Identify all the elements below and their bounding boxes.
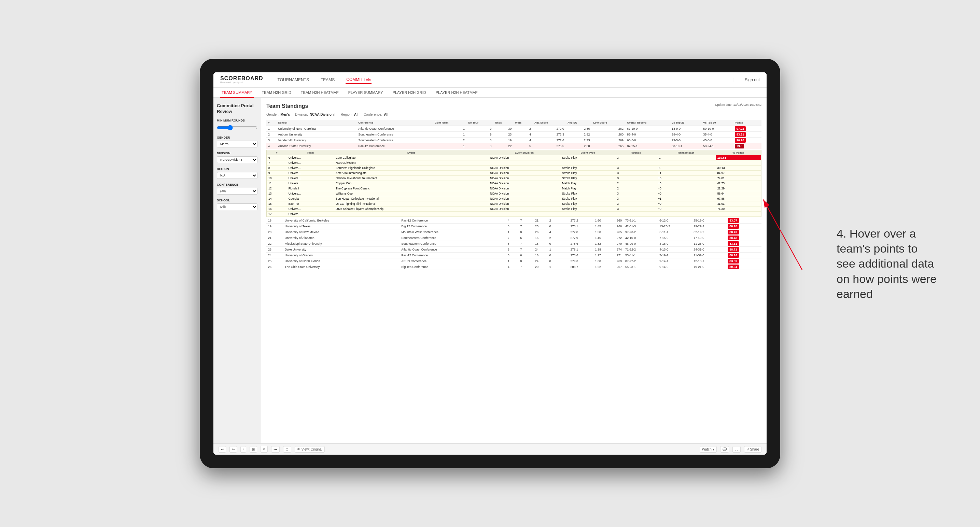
table-row[interactable]: 22 Mississippi State University Southeas… [266, 241, 762, 247]
points-cell[interactable]: 79.5 [733, 143, 762, 149]
region-select[interactable]: N/A [217, 172, 258, 179]
table-row[interactable]: 19 University of Texas Big 12 Conference… [266, 224, 762, 229]
rank-cell: 2 [266, 132, 276, 138]
copy-button[interactable]: ⧉ [261, 446, 268, 452]
points-cell[interactable]: 90.20 [733, 138, 762, 143]
tab-team-h2h-heatmap[interactable]: TEAM H2H HEATMAP [299, 88, 340, 98]
nav-divider: | [733, 78, 735, 82]
share-icon: ↗ [746, 448, 749, 451]
record-cell: 86-4-0 [625, 132, 670, 138]
sidebar-section-rounds: Minimum Rounds [217, 119, 258, 132]
points-cell[interactable]: 93.31 [733, 132, 762, 138]
sidebar: Committee Portal Review Minimum Rounds G… [213, 98, 261, 443]
filter-division: Division: NCAA Division I [295, 113, 336, 116]
report-area: Team Standings Update time: 13/03/2024 1… [261, 98, 767, 443]
table-row[interactable]: 25 University of North Florida ASUN Conf… [266, 259, 762, 264]
gender-select[interactable]: Men's [217, 141, 258, 148]
rounds-slider[interactable] [217, 125, 258, 130]
points-cell[interactable]: 97.02 [733, 126, 762, 132]
share-button[interactable]: ↗ Share [744, 446, 762, 452]
table-row[interactable]: 2 Auburn University Southeastern Confere… [266, 132, 762, 138]
grid-button[interactable]: ⊞ [250, 446, 257, 452]
tab-player-summary[interactable]: PLAYER SUMMARY [347, 88, 385, 98]
conference-cell: Southeastern Conference [356, 138, 433, 143]
sign-out-button[interactable]: Sign out [745, 78, 760, 82]
wins-cell: 2 [513, 126, 533, 132]
back-button[interactable]: ‹ [240, 446, 246, 452]
school-cell: Auburn University [276, 132, 356, 138]
watch-label: Watch ▾ [702, 448, 714, 451]
sidebar-label-rounds: Minimum Rounds [217, 119, 258, 122]
redo-button[interactable]: ↪ [229, 446, 237, 452]
standings-table-lower: 18 University of California, Berkeley Pa… [266, 218, 762, 270]
nav-tournaments[interactable]: TOURNAMENTS [277, 76, 310, 84]
sidebar-section-gender: Gender Men's [217, 136, 258, 148]
conf-rank-cell: 1 [433, 126, 466, 132]
comment-button[interactable]: 💬 [720, 446, 729, 452]
table-row[interactable]: 26 The Ohio State University Big Ten Con… [266, 264, 762, 270]
vs50-cell: 35-4-0 [702, 132, 733, 138]
col-vs50: Vs Top 50 [702, 120, 733, 126]
tours-cell: 8 [466, 138, 493, 143]
table-row[interactable]: 18 University of California, Berkeley Pa… [266, 218, 762, 224]
table-row[interactable]: 23 Duke University Atlantic Coast Confer… [266, 247, 762, 252]
watch-button[interactable]: Watch ▾ [700, 446, 717, 452]
sidebar-title: Committee Portal Review [217, 103, 258, 115]
tab-player-h2h-grid[interactable]: PLAYER H2H GRID [391, 88, 428, 98]
rnds-cell: 22 [493, 143, 513, 149]
conf-rank-cell: 2 [433, 138, 466, 143]
table-row[interactable]: 20 University of New Mexico Mountain Wes… [266, 229, 762, 235]
top-nav: SCOREBOARD Powered by clippd TOURNAMENTS… [213, 72, 767, 88]
share-label: Share [750, 448, 759, 451]
tab-team-summary[interactable]: TEAM SUMMARY [220, 88, 254, 98]
filter-conference-value: All [384, 113, 388, 116]
hover-col-points: W Points [716, 150, 761, 155]
list-item: 9Univers... Amer Arc IntercollegiateNCAA… [267, 171, 761, 176]
annotation-text: 4. Hover over a team's points to see add… [837, 226, 939, 302]
school-cell: Vanderbilt University [276, 138, 356, 143]
filters-row: Gender: Men's Division: NCAA Division I … [266, 113, 762, 116]
view-icon: 👁 [297, 448, 301, 451]
table-row[interactable]: 3 Vanderbilt University Southeastern Con… [266, 138, 762, 143]
view-original-button[interactable]: 👁 View: Original [295, 446, 325, 452]
conference-cell: Pac-12 Conference [356, 143, 433, 149]
nav-teams[interactable]: TEAMS [320, 76, 335, 84]
list-item: 17Univers... [267, 212, 761, 217]
low-score-cell: 262 [592, 126, 625, 132]
hover-detail-container: # Team Event Event Division Event Type R… [266, 150, 762, 217]
tab-player-h2h-heatmap[interactable]: PLAYER H2H HEATMAP [434, 88, 479, 98]
conference-select[interactable]: (All) [217, 188, 258, 195]
rank-cell: 4 [266, 143, 276, 149]
nav-committee[interactable]: COMMITTEE [345, 76, 372, 84]
timer-button[interactable]: ⏱ [283, 446, 291, 452]
tab-team-h2h-grid[interactable]: TEAM H2H GRID [261, 88, 293, 98]
sidebar-section-school: School (All) [217, 198, 258, 210]
sidebar-label-school: School [217, 198, 258, 202]
rnds-cell: 30 [493, 126, 513, 132]
undo-button[interactable]: ↩ [218, 446, 226, 452]
school-select[interactable]: (All) [217, 203, 258, 210]
rnds-cell: 23 [493, 132, 513, 138]
sidebar-label-conference: Conference [217, 183, 258, 186]
adj-score-cell: 272.6 [533, 138, 566, 143]
sidebar-section-division: Division NCAA Division I [217, 152, 258, 163]
fullscreen-button[interactable]: ⛶ [732, 446, 741, 452]
tablet-shell: SCOREBOARD Powered by clippd TOURNAMENTS… [200, 59, 780, 468]
logo-area: SCOREBOARD Powered by clippd [220, 76, 263, 84]
dot-menu-button[interactable]: ••• [271, 446, 280, 452]
list-item: 15East Ter OFCC Fighting Illini Invitati… [267, 202, 761, 206]
hover-col-team: Team [287, 150, 334, 155]
bottom-toolbar: ↩ ↪ ‹ ⊞ ⧉ ••• ⏱ 👁 View: Original Watch ▾… [213, 443, 767, 455]
table-row-highlighted[interactable]: 4 Arizona State University Pac-12 Confer… [266, 143, 762, 149]
table-row[interactable]: 1 University of North Carolina Atlantic … [266, 126, 762, 132]
hover-col-num: # [267, 150, 287, 155]
table-row[interactable]: 21 University of Alabama Southeastern Co… [266, 235, 762, 241]
table-row[interactable]: 24 University of Oregon Pac-12 Conferenc… [266, 252, 762, 259]
adj-score-cell: 275.5 [533, 143, 566, 149]
sidebar-section-conference: Conference (All) [217, 183, 258, 195]
list-item: 7Univers... NCAA Division I [267, 160, 761, 165]
sidebar-label-division: Division [217, 152, 258, 155]
hover-detail-table: # Team Event Event Division Event Type R… [267, 150, 761, 217]
division-select[interactable]: NCAA Division I [217, 156, 258, 163]
vs25-cell: 29-4-0 [670, 132, 702, 138]
